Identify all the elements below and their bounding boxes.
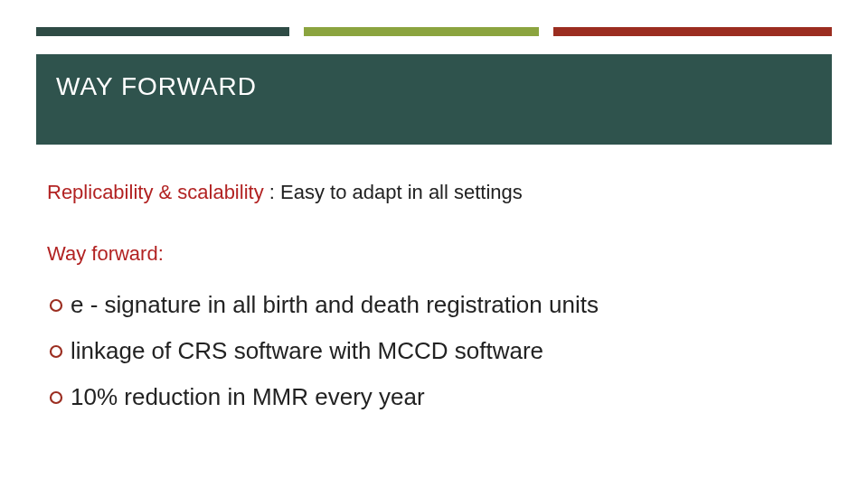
svg-point-0: [51, 300, 61, 311]
title-band: WAY FORWARD: [36, 54, 832, 145]
accent-gap-1: [289, 27, 304, 36]
way-forward-label: Way forward:: [47, 242, 821, 266]
bullet-text: 10% reduction in MMR every year: [71, 383, 425, 411]
bullet-text: linkage of CRS software with MCCD softwa…: [71, 337, 543, 365]
circle-bullet-icon: [47, 343, 65, 361]
circle-bullet-icon: [47, 296, 65, 314]
slide-body: Replicability & scalability : Easy to ad…: [47, 181, 821, 429]
accent-seg-olive: [304, 27, 539, 36]
bullet-text: e - signature in all birth and death reg…: [71, 291, 599, 319]
list-item: e - signature in all birth and death reg…: [47, 291, 821, 319]
slide: WAY FORWARD Replicability & scalability …: [0, 0, 868, 488]
replicability-sep: :: [264, 181, 280, 203]
accent-bar: [36, 27, 832, 36]
list-item: linkage of CRS software with MCCD softwa…: [47, 337, 821, 365]
circle-bullet-icon: [47, 389, 65, 407]
list-item: 10% reduction in MMR every year: [47, 383, 821, 411]
accent-gap-2: [539, 27, 553, 36]
svg-point-2: [51, 392, 61, 403]
accent-seg-dark: [36, 27, 289, 36]
accent-seg-red: [553, 27, 832, 36]
slide-title: WAY FORWARD: [36, 54, 277, 119]
svg-point-1: [51, 346, 61, 357]
replicability-text: Easy to adapt in all settings: [280, 181, 523, 203]
replicability-label: Replicability & scalability: [47, 181, 264, 203]
replicability-line: Replicability & scalability : Easy to ad…: [47, 181, 821, 204]
bullet-list: e - signature in all birth and death reg…: [47, 291, 821, 411]
